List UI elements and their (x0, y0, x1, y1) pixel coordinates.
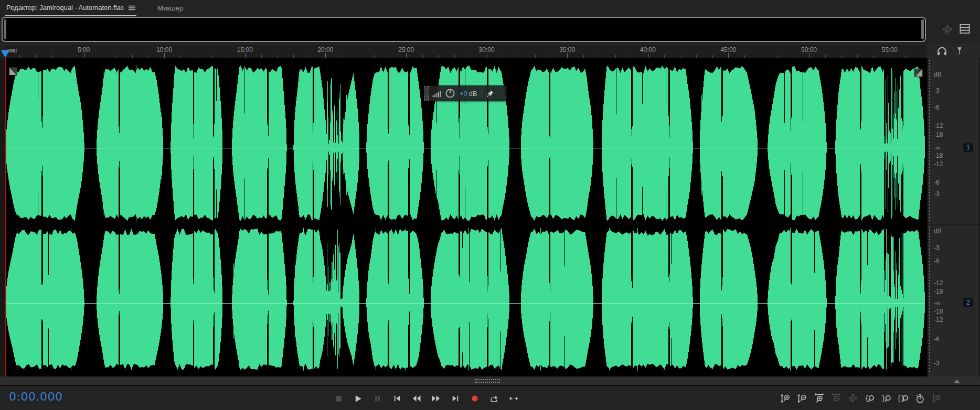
hud-pin-icon[interactable] (486, 90, 494, 98)
ruler-tick-label: 15:00 (237, 46, 253, 53)
db-ruler-ticks (929, 226, 930, 374)
zoom-reset-icon[interactable] (941, 24, 954, 36)
zoom-out-time-button[interactable] (830, 393, 842, 405)
db-label: -3 (934, 87, 940, 94)
timer-zoom-button[interactable] (914, 393, 926, 405)
zoom-reset-button[interactable] (847, 393, 859, 405)
db-label: dB (934, 228, 942, 235)
ruler-tick-label: 30:00 (479, 46, 495, 53)
fade-out-handle[interactable] (914, 69, 923, 77)
time-display[interactable]: 0:00.000 (9, 390, 62, 403)
db-label: -∞ (934, 299, 941, 307)
db-label: -12 (934, 122, 943, 130)
expand-panel-arrow-icon[interactable] (954, 380, 960, 383)
transport-controls (333, 387, 519, 410)
gain-hud[interactable]: +0 dB (424, 85, 507, 101)
ruler-tick (809, 53, 809, 58)
ruler-tick (728, 53, 729, 58)
ruler-tick (325, 53, 326, 58)
overview-right-handle[interactable] (921, 19, 924, 39)
ruler-tick-label: 45:00 (720, 46, 736, 53)
ruler-tick-label: 50:00 (801, 46, 817, 53)
db-label: -12 (934, 160, 943, 168)
db-ruler-channel-1[interactable]: dB-3-6-12-18-∞-18-12-6-3 (926, 58, 979, 224)
zoom-out-amplitude-button[interactable] (796, 393, 808, 405)
hud-drag-grip[interactable] (424, 86, 429, 101)
db-label: -18 (934, 288, 943, 295)
headphones-icon[interactable] (936, 45, 948, 57)
waveform-display[interactable] (5, 58, 926, 376)
panel-menu-icon[interactable] (129, 5, 135, 10)
fade-in-handle[interactable] (9, 67, 17, 75)
ruler-tick (245, 53, 246, 58)
zoom-in-left-edge-button[interactable]: { (864, 393, 876, 405)
ruler-tick (164, 53, 165, 58)
db-label: -18 (934, 152, 943, 159)
ruler-tick (487, 53, 487, 58)
zoom-to-selection-button[interactable]: {} (897, 393, 909, 405)
db-label: -3 (934, 244, 940, 252)
ruler-tick (890, 53, 890, 58)
ruler-tick (648, 53, 648, 58)
ruler-tick-label: 40:00 (640, 46, 656, 53)
db-label: -∞ (934, 144, 941, 152)
play-button[interactable] (352, 393, 364, 405)
panel-drag-grip[interactable] (475, 379, 500, 383)
db-label: -6 (934, 179, 940, 186)
ruler-tick-label: 10:00 (156, 46, 172, 53)
db-label: -18 (934, 308, 943, 315)
tab-editor[interactable]: Редактор: Jamiroquai - Automaton.flac (5, 0, 136, 16)
volume-level-icon (432, 89, 442, 98)
svg-text:}: } (881, 394, 885, 402)
ruler-tick-label: 20:00 (317, 46, 333, 53)
channel-tools-corner (928, 44, 980, 58)
db-label: -12 (934, 316, 943, 323)
skip-to-start-button[interactable] (391, 393, 403, 405)
zoom-in-time-button[interactable] (813, 393, 825, 405)
tab-editor-label: Редактор: Jamiroquai - Automaton.flac (6, 4, 124, 12)
db-label: -12 (934, 279, 943, 287)
stop-button[interactable] (333, 393, 345, 405)
playhead-line[interactable] (5, 58, 6, 376)
db-label: -3 (934, 190, 940, 198)
pause-button[interactable] (371, 393, 384, 405)
ruler-tick (567, 53, 568, 58)
overview-range-selector[interactable] (2, 17, 926, 42)
db-label: dB (934, 71, 942, 78)
loop-playback-button[interactable] (488, 393, 500, 405)
svg-text:{: { (864, 394, 868, 402)
db-label: -6 (934, 257, 940, 265)
overview-left-handle[interactable] (4, 19, 6, 39)
zoom-in-right-edge-button[interactable]: } (880, 393, 892, 405)
hud-divider (482, 89, 482, 98)
vertical-scale-zoom-button[interactable] (931, 393, 943, 405)
playhead-marker[interactable] (1, 50, 9, 58)
ruler-tick (406, 53, 407, 58)
db-ruler-ticks (929, 60, 930, 222)
ruler-tick-label: 5:00 (78, 46, 90, 53)
db-label: -3 (934, 360, 940, 367)
fast-forward-button[interactable] (430, 393, 442, 405)
gain-knob-icon[interactable] (445, 88, 455, 99)
timeline-ruler[interactable]: чмс 5:0010:0015:0020:0025:0030:0035:0040… (5, 45, 926, 58)
db-label: -18 (934, 131, 943, 138)
ruler-tick-label: 25:00 (398, 46, 414, 53)
skip-selection-button[interactable] (507, 393, 519, 405)
ruler-tick-label: 35:00 (559, 46, 575, 53)
channel-1-badge[interactable]: 1 (963, 143, 973, 152)
gain-value[interactable]: +0 (460, 90, 467, 98)
pin-tool-icon[interactable] (954, 45, 965, 57)
ruler-tick (84, 53, 84, 58)
tab-mixer[interactable]: Микшер (156, 0, 184, 16)
tab-mixer-label: Микшер (157, 4, 183, 12)
channel-2-badge[interactable]: 2 (963, 298, 973, 307)
rewind-button[interactable] (410, 393, 422, 405)
panel-layout-icon[interactable] (958, 22, 972, 36)
zoom-toolbar: {}{} (780, 387, 943, 410)
skip-to-end-button[interactable] (449, 393, 461, 405)
db-label: -6 (934, 336, 940, 343)
ruler-tick-label: 55:00 (882, 46, 898, 53)
zoom-in-amplitude-button[interactable] (780, 393, 792, 405)
db-label: -6 (934, 104, 940, 111)
record-button[interactable] (468, 393, 481, 405)
